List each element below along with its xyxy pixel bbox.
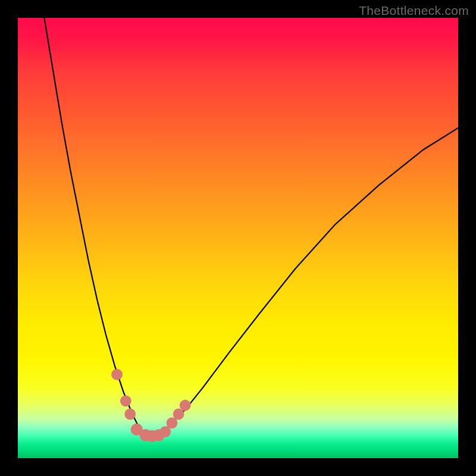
data-marker	[180, 400, 191, 411]
bottleneck-curve	[44, 18, 458, 436]
data-markers	[111, 369, 191, 442]
curve-svg	[18, 18, 458, 458]
plot-area	[18, 18, 458, 458]
watermark-text: TheBottleneck.com	[359, 4, 469, 18]
data-marker	[120, 395, 131, 406]
data-marker	[124, 409, 136, 420]
data-marker	[111, 369, 123, 380]
chart-container: TheBottleneck.com	[0, 0, 476, 476]
